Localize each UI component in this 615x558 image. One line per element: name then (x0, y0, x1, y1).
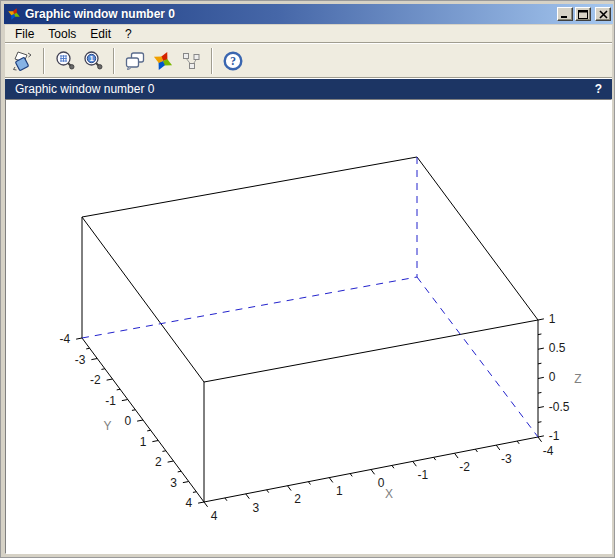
datatip-button[interactable] (177, 47, 205, 75)
tick-label: 3 (253, 501, 260, 515)
box-edge (183, 482, 189, 483)
tick-label: 2 (294, 492, 301, 506)
help-button[interactable]: ? (219, 47, 247, 75)
nodes-icon (180, 50, 202, 72)
box-edge (101, 369, 104, 370)
minimize-button[interactable] (557, 7, 573, 21)
zoom-original-button[interactable]: 1 (79, 47, 107, 75)
tick-label: -4 (543, 444, 554, 458)
box-edge (193, 492, 196, 493)
box-edge (538, 392, 541, 393)
box-edge (538, 437, 542, 442)
tick-label: 2 (155, 455, 162, 469)
box-edge (538, 407, 544, 408)
axis-label: Y (104, 419, 112, 433)
box-edge (204, 502, 208, 507)
box-edge (147, 430, 150, 431)
box-edge (413, 461, 417, 466)
box-edge (392, 465, 394, 468)
graphic-window: Graphic window number 0 File Too (0, 0, 615, 558)
toolbar: 1 (5, 44, 612, 77)
tick-label: -2 (459, 460, 470, 474)
tick-label: -2 (90, 373, 101, 387)
box-edge (162, 451, 165, 452)
maximize-icon (578, 10, 588, 19)
box-edge (204, 320, 538, 382)
box-edge (288, 486, 292, 491)
box-edge (178, 471, 181, 472)
box-edge (329, 478, 333, 483)
menu-edit[interactable]: Edit (88, 26, 113, 42)
box-edge (168, 461, 174, 462)
tick-label: 1 (140, 435, 147, 449)
tick-label: -4 (60, 332, 71, 346)
pinwheel-icon (152, 50, 174, 72)
tick-label: 1 (549, 312, 556, 326)
toolbar-separator (113, 48, 115, 74)
svg-text:1: 1 (89, 54, 93, 63)
window-controls (557, 7, 611, 21)
box-edge (152, 441, 158, 442)
box-edge (76, 338, 82, 339)
box-edge (496, 445, 500, 450)
tick-label: 0 (549, 370, 556, 384)
titlebar: Graphic window number 0 (4, 4, 613, 24)
box-hidden-edge (82, 277, 417, 338)
rotate-icon (12, 50, 34, 72)
toolbar-separator (43, 48, 45, 74)
box-edge (308, 482, 310, 485)
windows-icon (124, 50, 146, 72)
box-edge (455, 453, 459, 458)
box-edge (538, 436, 544, 437)
box-edge (82, 217, 204, 382)
menu-file[interactable]: File (13, 26, 36, 42)
tick-label: 4 (211, 509, 218, 523)
scilab-pinwheel-icon (7, 7, 21, 21)
figure-editor-button[interactable] (149, 47, 177, 75)
box-edge (350, 474, 352, 477)
tick-label: -1 (418, 468, 429, 482)
box-edge (91, 359, 97, 360)
box-edge (117, 389, 120, 390)
menu-help[interactable]: ? (123, 26, 134, 42)
box-edge (538, 319, 544, 320)
infobar: Graphic window number 0 ? (5, 79, 612, 99)
tick-label: 0 (125, 414, 132, 428)
box-edge (475, 449, 477, 452)
box-edge (538, 348, 544, 349)
menu-tools[interactable]: Tools (46, 26, 78, 42)
box-edge (538, 363, 541, 364)
infobar-help[interactable]: ? (595, 82, 602, 96)
axes-3d-plot: -4-3-2-101234Y43210-1-2-3-4X-1-0.500.51Z (6, 100, 611, 553)
minimize-icon (560, 10, 570, 19)
box-edge (107, 379, 113, 380)
box-edge (538, 377, 544, 378)
box-hidden-edge (417, 277, 538, 437)
tick-label: -1 (105, 394, 116, 408)
help-icon: ? (222, 50, 244, 72)
tick-label: 3 (170, 476, 177, 490)
box-edge (267, 490, 269, 493)
axis-label: X (385, 487, 393, 501)
box-edge (86, 348, 89, 349)
zoom-area-icon (54, 50, 76, 72)
close-button[interactable] (595, 7, 611, 21)
menubar: File Tools Edit ? (5, 25, 612, 42)
box-edge (538, 334, 541, 335)
maximize-button[interactable] (575, 7, 591, 21)
copy-figure-button[interactable] (121, 47, 149, 75)
box-edge (137, 420, 143, 421)
window-title: Graphic window number 0 (25, 7, 557, 21)
box-edge (434, 457, 436, 460)
box-edge (122, 400, 128, 401)
infobar-text: Graphic window number 0 (15, 82, 154, 96)
svg-text:?: ? (230, 55, 236, 67)
tick-label: -3 (75, 353, 86, 367)
toolbar-separator (211, 48, 213, 74)
box-edge (246, 494, 250, 499)
zoom-area-button[interactable] (51, 47, 79, 75)
close-icon (599, 10, 608, 19)
rotate-button[interactable] (9, 47, 37, 75)
zoom-1x-icon: 1 (82, 50, 104, 72)
plot-canvas[interactable]: -4-3-2-101234Y43210-1-2-3-4X-1-0.500.51Z (5, 99, 612, 554)
